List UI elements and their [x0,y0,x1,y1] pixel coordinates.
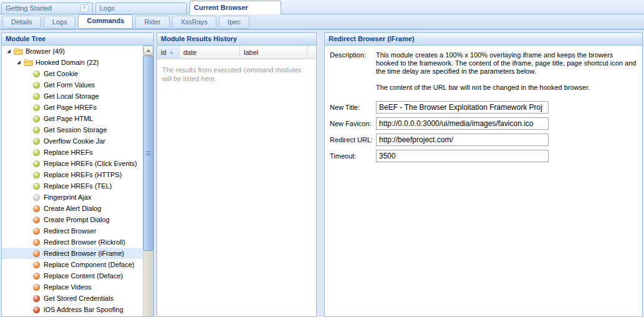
status-dot-orange-icon [33,239,40,246]
status-dot-green-icon [33,183,40,190]
tree-item-label: Redirect Browser [44,227,96,235]
tree-item-hooked-domain-22[interactable]: Hooked Domain (22) [2,57,143,68]
tree-item-redirect-browser[interactable]: Redirect Browser [2,225,143,237]
tree-item-label: Redirect Browser (iFrame) [44,250,124,257]
tree-item-label: Hooked Domain (22) [36,59,99,66]
status-dot-orange-icon [33,250,40,257]
tree-item-replace-videos[interactable]: Replace Videos [2,281,143,293]
tree-item-get-form-values[interactable]: Get Form Values [2,79,143,90]
tree-item-label: Get Form Values [44,81,95,89]
status-dot-green-icon [33,160,40,167]
results-grid-header: iddatelabel [157,46,316,59]
tree-item-label: Get Page HREFs [44,104,97,111]
column-header-id[interactable]: id [157,46,180,59]
tree-item-replace-hrefs[interactable]: Replace HREFs [2,147,143,158]
tree-item-get-page-hrefs[interactable]: Get Page HREFs [2,102,143,113]
folder-icon [14,47,23,55]
status-dot-red-icon [33,295,40,302]
status-dot-green-icon [33,127,40,134]
column-header-spacer [307,46,316,59]
description-label: Description: [325,51,376,100]
status-dot-orange-icon [33,284,40,291]
tree-item-label: Redirect Browser (Rickroll) [44,238,125,246]
tree-item-get-cookie[interactable]: Get Cookie [2,68,143,79]
subtab-commands[interactable]: Commands [78,14,133,29]
tree-item-create-prompt-dialog[interactable]: Create Prompt Dialog [2,214,143,225]
input-redirect-url[interactable] [376,134,549,146]
tree-item-label: Replace Component (Deface) [44,261,135,268]
column-header-label[interactable]: label [240,46,307,59]
browser-tab-bar: DetailsLogsCommandsRiderXssRaysIpec [0,14,644,30]
expand-arrow-icon[interactable] [16,59,22,66]
status-dot-green-icon [33,104,40,111]
input-timeout[interactable] [376,150,549,162]
tree-item-label: Replace HREFs [44,149,93,156]
tree-item-replace-component-deface[interactable]: Replace Component (Deface) [2,259,143,270]
tree-item-label: Get Cookie [44,70,78,77]
tree-item-label: Browser (49) [26,47,65,55]
field-label: New Title: [325,104,376,111]
tab-getting-started[interactable]: Getting Started× [1,2,93,14]
tree-item-get-stored-credentials[interactable]: Get Stored Credentials [2,293,143,304]
subtab-ipec[interactable]: Ipec [219,16,249,29]
scrollbar-thumb[interactable] [143,56,153,251]
status-dot-orange-icon [33,228,40,235]
scrollbar-grip-icon [146,151,151,155]
module-tree-body: Browser (49)Hooked Domain (22)Get Cookie… [2,46,153,316]
tree-item-create-alert-dialog[interactable]: Create Alert Dialog [2,203,143,214]
column-header-date[interactable]: date [180,46,240,59]
close-icon[interactable]: × [80,4,89,12]
tree-item-label: Get Page HTML [44,115,93,122]
tab-logs[interactable]: Logs [95,2,187,14]
scroll-up-icon[interactable] [143,46,153,56]
status-dot-orange-icon [33,217,40,223]
tree-item-overflow-cookie-jar[interactable]: Overflow Cookie Jar [2,135,143,147]
tree-item-browser-49[interactable]: Browser (49) [2,46,143,57]
description-paragraph: This module creates a 100% x 100% overla… [376,51,637,76]
tree-item-label: Fingerprint Ajax [44,193,91,201]
tree-item-replace-hrefs-tel[interactable]: Replace HREFs (TEL) [2,180,143,192]
module-results-panel: Module Results History iddatelabel The r… [156,32,317,317]
tree-item-get-local-storage[interactable]: Get Local Storage [2,90,143,102]
tree-item-redirect-browser-iframe[interactable]: Redirect Browser (iFrame) [2,248,143,259]
module-tree-panel: Module Tree Browser (49)Hooked Domain (2… [1,32,154,317]
tree-item-fingerprint-ajax[interactable]: Fingerprint Ajax [2,192,143,203]
status-dot-green-icon [33,115,40,122]
tab-label: Current Browser [194,2,277,14]
column-label: label [244,46,258,59]
tree-scrollbar[interactable] [143,46,153,316]
tree-item-label: Get Session Storage [44,126,107,134]
subtab-xssrays[interactable]: XssRays [172,16,216,29]
subtab-rider[interactable]: Rider [135,16,169,29]
status-dot-green-icon [33,82,40,89]
expand-arrow-icon[interactable] [6,48,12,55]
sort-asc-icon [170,51,173,54]
status-dot-red-icon [33,306,40,313]
tree-item-get-page-html[interactable]: Get Page HTML [2,113,143,124]
tree-item-redirect-browser-rickroll[interactable]: Redirect Browser (Rickroll) [2,237,143,248]
status-dot-green-icon [33,93,40,100]
tree-item-replace-content-deface[interactable]: Replace Content (Deface) [2,270,143,281]
input-new-favicon[interactable] [376,117,549,130]
tree-item-get-session-storage[interactable]: Get Session Storage [2,124,143,135]
tab-label: Logs [100,2,183,14]
tree-item-replace-hrefs-click-events[interactable]: Replace HREFs (Click Events) [2,158,143,169]
module-detail-panel: Redirect Browser (iFrame) Description: T… [324,32,643,317]
tab-current-browser[interactable]: Current Browser [190,1,281,14]
tree-item-replace-hrefs-https[interactable]: Replace HREFs (HTTPS) [2,169,143,180]
subtab-details[interactable]: Details [2,16,41,29]
column-label: id [161,46,166,59]
subtab-logs[interactable]: Logs [44,16,76,29]
tree-item-label: Replace Videos [44,283,92,291]
tree-item-label: Get Local Storage [44,92,99,100]
tab-label: Getting Started [6,2,80,14]
module-fields: New Title:New Favicon:Redirect URL:Timeo… [325,101,642,162]
module-tree-list: Browser (49)Hooked Domain (22)Get Cookie… [2,46,153,315]
status-dot-orange-icon [33,261,40,268]
input-new-title[interactable] [376,101,549,114]
description-text: This module creates a 100% x 100% overla… [376,51,637,100]
description-row: Description: This module creates a 100% … [325,46,642,100]
tree-item-ios-address-bar-spoofing[interactable]: iOS Address Bar Spoofing [2,304,143,315]
field-redirect-url: Redirect URL: [325,134,642,146]
tree-item-label: Replace HREFs (HTTPS) [44,171,122,178]
